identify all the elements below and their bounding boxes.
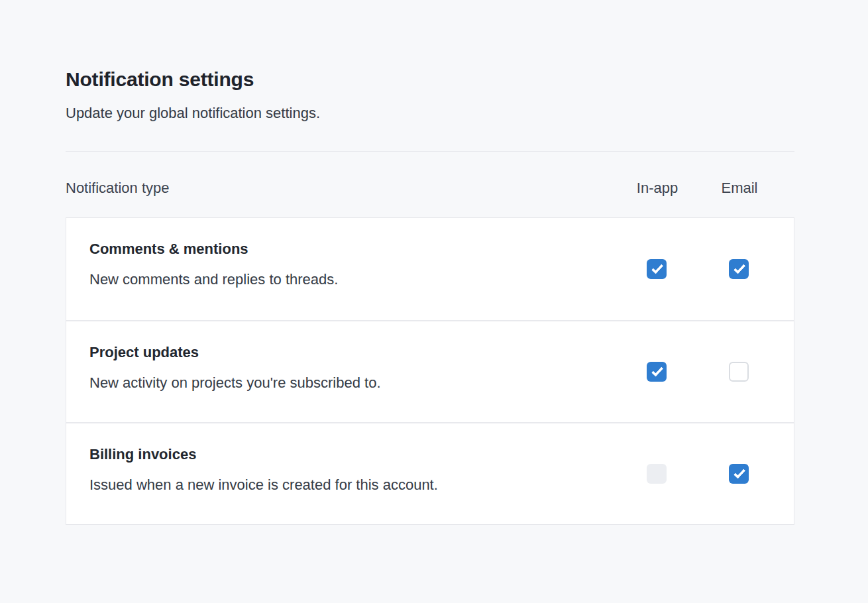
in-app-checkbox[interactable] [647, 259, 667, 279]
section-divider [66, 151, 794, 152]
in-app-cell [616, 321, 698, 422]
notification-table: Comments & mentions New comments and rep… [66, 217, 794, 525]
row-title: Billing invoices [89, 445, 602, 465]
row-title: Project updates [89, 343, 602, 362]
row-description: Issued when a new invoice is created for… [89, 475, 602, 495]
notification-settings-page: Notification settings Update your global… [66, 0, 794, 525]
table-row: Billing invoices Issued when a new invoi… [66, 422, 794, 524]
checkmark-icon [651, 262, 663, 274]
checkmark-icon [733, 466, 745, 479]
in-app-checkbox[interactable] [647, 362, 667, 382]
page-subtitle: Update your global notification settings… [66, 103, 794, 123]
checkmark-icon [651, 364, 663, 377]
in-app-checkbox [647, 464, 667, 484]
row-description: New activity on projects you're subscrib… [89, 373, 602, 393]
page-title: Notification settings [66, 66, 794, 93]
row-title: Comments & mentions [89, 239, 602, 259]
column-header-email: Email [698, 178, 781, 198]
in-app-cell [616, 423, 698, 524]
email-checkbox[interactable] [729, 259, 749, 279]
row-description: New comments and replies to threads. [89, 270, 602, 290]
row-text: Project updates New activity on projects… [66, 321, 616, 422]
email-cell [698, 218, 780, 320]
column-header-notification-type: Notification type [66, 178, 616, 198]
row-text: Comments & mentions New comments and rep… [66, 218, 616, 320]
column-header-in-app: In-app [616, 178, 698, 198]
email-checkbox[interactable] [729, 464, 749, 484]
in-app-cell [616, 218, 698, 320]
table-header: Notification type In-app Email [66, 178, 794, 198]
table-row: Project updates New activity on projects… [66, 320, 794, 422]
row-text: Billing invoices Issued when a new invoi… [66, 423, 616, 524]
table-row: Comments & mentions New comments and rep… [66, 218, 794, 320]
email-cell [698, 321, 780, 422]
email-checkbox[interactable] [729, 362, 749, 382]
email-cell [698, 423, 780, 524]
checkmark-icon [733, 262, 745, 274]
